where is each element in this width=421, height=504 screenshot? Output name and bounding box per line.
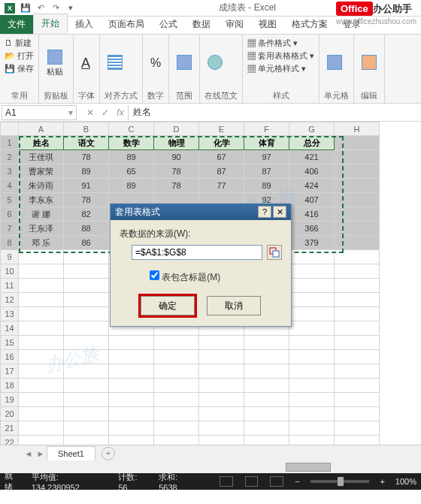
tab-formula[interactable]: 公式 [152, 15, 185, 34]
cell[interactable]: 谢 娜 [19, 207, 64, 222]
col-header[interactable]: E [199, 122, 244, 136]
cell[interactable] [335, 193, 380, 207]
row-header[interactable]: 2 [1, 150, 19, 164]
cell[interactable]: 78 [64, 193, 109, 207]
header-checkbox-row[interactable]: 表包含标题(M) [150, 270, 282, 284]
edit-button[interactable] [359, 53, 380, 73]
col-header[interactable]: F [244, 122, 289, 136]
cell[interactable] [335, 321, 380, 336]
row-header[interactable]: 14 [1, 321, 19, 336]
col-header[interactable]: G [289, 122, 335, 136]
cell[interactable]: 朱诗雨 [19, 179, 64, 193]
cell[interactable] [335, 179, 380, 193]
col-header[interactable]: A [19, 122, 64, 136]
open-button[interactable]: 📂 打开 [5, 50, 34, 62]
cell[interactable] [199, 350, 244, 364]
cell[interactable] [199, 407, 244, 421]
cell[interactable]: 语文 [64, 136, 109, 150]
align-button[interactable] [104, 53, 126, 73]
ok-button[interactable]: 确定 [141, 296, 195, 315]
cell[interactable]: 366 [289, 222, 335, 236]
cell[interactable] [199, 436, 244, 445]
row-header[interactable]: 16 [1, 350, 19, 364]
cell[interactable] [244, 421, 289, 436]
qat-more-icon[interactable]: ▾ [64, 2, 77, 15]
cell[interactable] [289, 321, 335, 336]
cell[interactable] [289, 364, 335, 379]
cell[interactable] [154, 379, 199, 393]
range-selector-icon[interactable] [267, 245, 282, 260]
new-button[interactable]: 🗋 新建 [5, 38, 32, 49]
row-header[interactable]: 9 [1, 250, 19, 264]
cell[interactable] [289, 307, 335, 321]
redo-icon[interactable]: ↷ [49, 2, 62, 15]
cell[interactable]: 邓 乐 [19, 236, 64, 250]
cell[interactable]: 89 [244, 179, 289, 193]
cell[interactable] [289, 393, 335, 407]
cell[interactable] [154, 364, 199, 379]
cell[interactable]: 407 [289, 193, 335, 207]
scroll-thumb[interactable] [286, 463, 331, 472]
cell[interactable] [289, 407, 335, 421]
cell-style-button[interactable]: ▦ 单元格样式 ▾ [247, 63, 306, 74]
tab-data[interactable]: 数据 [185, 15, 218, 34]
cell[interactable] [64, 336, 109, 350]
cell[interactable] [335, 236, 380, 250]
fx-icon[interactable]: fx [113, 107, 128, 118]
zoom-plus-icon[interactable]: + [380, 477, 384, 486]
row-header[interactable]: 1 [1, 136, 19, 150]
cell[interactable] [64, 364, 109, 379]
cell[interactable] [335, 307, 380, 321]
cell[interactable]: 65 [109, 164, 154, 179]
tab-insert[interactable]: 插入 [68, 15, 101, 34]
cells-button[interactable] [324, 53, 345, 73]
cell[interactable] [64, 421, 109, 436]
cell[interactable]: 88 [64, 222, 109, 236]
cell[interactable] [199, 364, 244, 379]
row-header[interactable]: 7 [1, 222, 19, 236]
cell[interactable] [335, 421, 380, 436]
cell[interactable]: 86 [64, 236, 109, 250]
cell[interactable] [289, 293, 335, 307]
cell[interactable]: 67 [199, 150, 244, 164]
cell[interactable] [289, 264, 335, 279]
save-icon[interactable]: 💾 [19, 2, 32, 15]
cond-format-button[interactable]: ▦ 条件格式 ▾ [247, 38, 298, 49]
cell[interactable] [64, 350, 109, 364]
sheet-nav-next-icon[interactable]: ► [35, 449, 47, 458]
row-header[interactable]: 19 [1, 393, 19, 407]
row-header[interactable]: 5 [1, 193, 19, 207]
col-header[interactable]: D [154, 122, 199, 136]
select-all[interactable] [1, 122, 19, 136]
cell[interactable] [64, 279, 109, 293]
cell[interactable] [244, 350, 289, 364]
cell[interactable]: 89 [64, 164, 109, 179]
cell[interactable] [335, 250, 380, 264]
row-header[interactable]: 10 [1, 264, 19, 279]
sheet-tab[interactable]: Sheet1 [47, 446, 95, 460]
cell[interactable]: 90 [154, 150, 199, 164]
cell[interactable]: 78 [154, 164, 199, 179]
cell[interactable] [19, 421, 64, 436]
cell[interactable]: 总分 [289, 136, 335, 150]
sheet-nav-prev-icon[interactable]: ◄ [23, 449, 35, 458]
cell[interactable] [19, 436, 64, 445]
help-icon[interactable]: ? [258, 206, 271, 218]
cell[interactable]: 379 [289, 236, 335, 250]
row-header[interactable]: 3 [1, 164, 19, 179]
cell[interactable]: 姓名 [19, 136, 64, 150]
cell[interactable] [199, 393, 244, 407]
cell[interactable] [19, 321, 64, 336]
cell[interactable] [335, 350, 380, 364]
cell[interactable] [244, 393, 289, 407]
cell[interactable] [335, 293, 380, 307]
view-layout-icon[interactable] [245, 476, 259, 487]
row-header[interactable]: 6 [1, 207, 19, 222]
row-header[interactable]: 21 [1, 421, 19, 436]
cell[interactable] [335, 150, 380, 164]
cell[interactable]: 化学 [199, 136, 244, 150]
table-format-button[interactable]: ▦ 套用表格格式 ▾ [247, 50, 314, 62]
undo-icon[interactable]: ↶ [34, 2, 47, 15]
cell[interactable] [19, 279, 64, 293]
cell[interactable] [154, 393, 199, 407]
